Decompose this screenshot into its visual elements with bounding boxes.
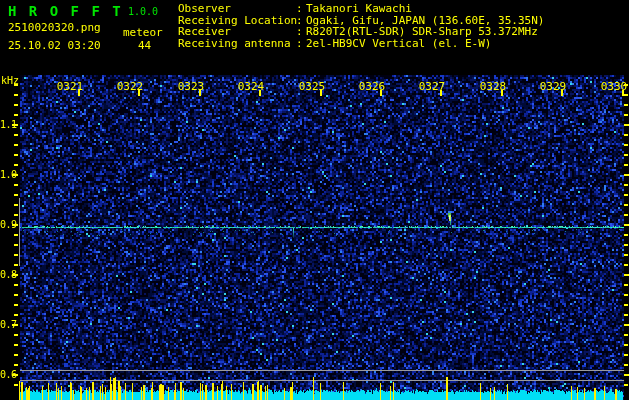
info-row-observer: Observer:Takanori Kawachi	[178, 3, 544, 15]
spectrogram-canvas	[0, 0, 629, 400]
time-tick-label: 0327	[418, 81, 446, 92]
time-tick-label: 0323	[177, 81, 205, 92]
time-tick-label: 0321	[56, 81, 84, 92]
freq-tick-label: 0.9	[0, 220, 16, 230]
echo-count: 44	[138, 39, 151, 52]
timestamp: 25.10.02 03:20	[8, 39, 101, 52]
info-row-receiver: Receiver:R820T2(RTL-SDR) SDR-Sharp 53.37…	[178, 26, 544, 38]
time-tick-label: 0324	[237, 81, 265, 92]
time-tick-label: 0322	[116, 81, 144, 92]
info-value: R820T2(RTL-SDR) SDR-Sharp 53.372MHz	[306, 26, 538, 38]
info-label: Observer	[178, 3, 296, 15]
station-info: Observer:Takanori Kawachi Receiving Loca…	[178, 3, 544, 49]
time-tick-label: 0325	[298, 81, 326, 92]
info-colon: :	[296, 26, 306, 38]
info-colon: :	[296, 3, 306, 15]
hrofft-screen: H R O F F T 1.0.0 2510020320.png meteor …	[0, 0, 629, 400]
freq-axis-unit: kHz	[1, 75, 19, 86]
freq-tick-label: 0.6	[0, 370, 16, 380]
info-value: 2el-HB9CV Vertical (el. E-W)	[306, 38, 491, 50]
time-tick-label: 0328	[479, 81, 507, 92]
mode-label: meteor	[123, 26, 163, 39]
info-label: Receiver	[178, 26, 296, 38]
time-tick-label: 0326	[358, 81, 386, 92]
info-label: Receiving antenna	[178, 38, 296, 50]
output-filename: 2510020320.png	[8, 21, 101, 34]
freq-tick-label: 0.7	[0, 320, 16, 330]
time-tick-label: 0329	[539, 81, 567, 92]
freq-tick-label: 1.1	[0, 120, 16, 130]
info-row-antenna: Receiving antenna:2el-HB9CV Vertical (el…	[178, 38, 544, 50]
app-title: H R O F F T	[8, 3, 123, 19]
info-value: Takanori Kawachi	[306, 3, 412, 15]
app-version: 1.0.0	[128, 6, 158, 17]
freq-tick-label: 1.0	[0, 170, 16, 180]
time-tick-label: 0330	[600, 81, 628, 92]
freq-tick-label: 0.8	[0, 270, 16, 280]
info-colon: :	[296, 38, 306, 50]
